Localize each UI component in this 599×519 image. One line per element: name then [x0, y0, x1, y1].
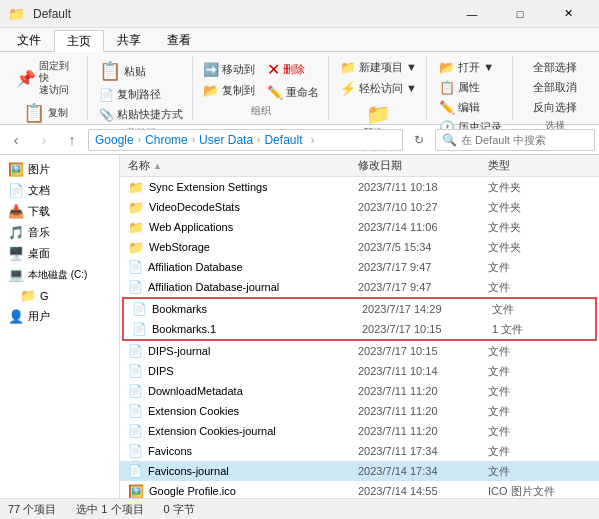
- file-name: 📄 Favicons: [128, 444, 358, 458]
- sidebar-item-music[interactable]: 🎵 音乐: [0, 222, 119, 243]
- table-row[interactable]: 📄 Bookmarks.1 2023/7/17 10:15 1 文件 3 KB: [124, 319, 595, 339]
- table-row[interactable]: 📁 VideoDecodeStats 2023/7/10 10:27 文件夹: [120, 197, 599, 217]
- sidebar: 🖼️ 图片 📄 文档 📥 下载 🎵 音乐 🖥️ 桌面 💻 本地磁盘 (C:) 📁…: [0, 155, 120, 498]
- copy-path-button[interactable]: 📄 复制路径: [95, 85, 165, 104]
- file-name: 📄 Bookmarks: [132, 302, 362, 316]
- file-type: 文件: [488, 384, 578, 399]
- file-list-header: 名称 ▲ 修改日期 类型 大小: [120, 155, 599, 177]
- edit-button[interactable]: ✏️ 编辑: [435, 98, 484, 117]
- breadcrumb-userdata[interactable]: User Data: [199, 133, 253, 147]
- file-name: 📄 DIPS-journal: [128, 344, 358, 358]
- file-size: 0 KB: [578, 281, 599, 293]
- copy-to-button[interactable]: 📂 复制到: [199, 81, 259, 100]
- maximize-button[interactable]: □: [497, 0, 543, 28]
- table-row[interactable]: 📄 Favicons-journal 2023/7/14 17:34 文件 0 …: [120, 461, 599, 481]
- file-date: 2023/7/17 10:15: [362, 323, 492, 335]
- col-size-header[interactable]: 大小: [578, 158, 599, 173]
- new-item-button[interactable]: 📁 新建项目 ▼: [336, 58, 421, 77]
- breadcrumb-google[interactable]: Google: [95, 133, 134, 147]
- forward-button[interactable]: ›: [32, 128, 56, 152]
- sidebar-item-drive[interactable]: 💻 本地磁盘 (C:): [0, 264, 119, 285]
- file-date: 2023/7/11 11:20: [358, 385, 488, 397]
- breadcrumb-chrome[interactable]: Chrome: [145, 133, 188, 147]
- select-none-button[interactable]: 全部取消: [529, 78, 581, 97]
- file-name: 🖼️ Google Profile.ico: [128, 484, 358, 499]
- file-date: 2023/7/14 14:55: [358, 485, 488, 497]
- close-button[interactable]: ✕: [545, 0, 591, 28]
- file-date: 2023/7/5 15:34: [358, 241, 488, 253]
- select-all-button[interactable]: 全部选择: [529, 58, 581, 77]
- user-icon: 👤: [8, 309, 24, 324]
- tab-view[interactable]: 查看: [154, 30, 204, 51]
- rename-button[interactable]: ✏️ 重命名: [263, 83, 323, 102]
- drive-icon: 💻: [8, 267, 24, 282]
- file-name: 📁 VideoDecodeStats: [128, 200, 358, 215]
- table-row[interactable]: 📁 Web Applications 2023/7/14 11:06 文件夹: [120, 217, 599, 237]
- file-name: 📁 WebStorage: [128, 240, 358, 255]
- minimize-button[interactable]: —: [449, 0, 495, 28]
- breadcrumb-default[interactable]: Default: [264, 133, 302, 147]
- sidebar-item-documents[interactable]: 📄 文档: [0, 180, 119, 201]
- back-button[interactable]: ‹: [4, 128, 28, 152]
- pin-quickaccess-button[interactable]: 📌 固定到快速访问: [12, 58, 79, 98]
- file-area: 名称 ▲ 修改日期 类型 大小 📁 Sync Extension Setting…: [120, 155, 599, 498]
- tab-file[interactable]: 文件: [4, 30, 54, 51]
- tab-share[interactable]: 共享: [104, 30, 154, 51]
- col-type-header[interactable]: 类型: [488, 158, 578, 173]
- table-row[interactable]: 📄 Affiliation Database-journal 2023/7/17…: [120, 277, 599, 297]
- file-type: 文件: [488, 344, 578, 359]
- sort-arrow: ▲: [153, 161, 162, 171]
- breadcrumb[interactable]: Google › Chrome › User Data › Default ›: [88, 129, 403, 151]
- item-count: 77 个项目: [8, 502, 56, 517]
- file-name: 📄 Extension Cookies: [128, 404, 358, 418]
- sidebar-item-downloads[interactable]: 📥 下载: [0, 201, 119, 222]
- address-bar: ‹ › ↑ Google › Chrome › User Data › Defa…: [0, 125, 599, 155]
- sidebar-item-user[interactable]: 👤 用户: [0, 306, 119, 327]
- table-row[interactable]: 📁 WebStorage 2023/7/5 15:34 文件夹: [120, 237, 599, 257]
- col-name-header[interactable]: 名称 ▲: [128, 158, 358, 173]
- move-button[interactable]: ➡️ 移动到: [199, 60, 259, 79]
- title-bar: 📁 Default — □ ✕: [0, 0, 599, 28]
- copy-button[interactable]: 📋 复制: [19, 100, 72, 126]
- table-row[interactable]: 🖼️ Google Profile.ico 2023/7/14 14:55 IC…: [120, 481, 599, 498]
- file-name: 📄 Extension Cookies-journal: [128, 424, 358, 438]
- delete-button[interactable]: ✕ 删除: [263, 58, 323, 81]
- easy-access-button[interactable]: ⚡ 轻松访问 ▼: [336, 79, 421, 98]
- table-row[interactable]: 📄 Affiliation Database 2023/7/17 9:47 文件…: [120, 257, 599, 277]
- search-box[interactable]: 🔍: [435, 129, 595, 151]
- downloads-icon: 📥: [8, 204, 24, 219]
- col-date-header[interactable]: 修改日期: [358, 158, 488, 173]
- paste-shortcut-button[interactable]: 📎 粘贴快捷方式: [95, 105, 187, 124]
- properties-button[interactable]: 📋 属性: [435, 78, 484, 97]
- tab-home[interactable]: 主页: [54, 30, 104, 52]
- file-icon: 📄: [128, 404, 143, 418]
- file-size: 68 KB: [578, 261, 599, 273]
- table-row[interactable]: 📄 Bookmarks 2023/7/17 14:29 文件 3 KB: [124, 299, 595, 319]
- sidebar-item-g[interactable]: 📁 G: [0, 285, 119, 306]
- table-row[interactable]: 📄 Extension Cookies 2023/7/11 11:20 文件 2…: [120, 401, 599, 421]
- sidebar-item-pictures[interactable]: 🖼️ 图片: [0, 159, 119, 180]
- folder-g-icon: 📁: [20, 288, 36, 303]
- file-icon: 📄: [132, 322, 147, 336]
- invert-select-button[interactable]: 反向选择: [529, 98, 581, 117]
- pictures-icon: 🖼️: [8, 162, 24, 177]
- refresh-button[interactable]: ↻: [407, 128, 431, 152]
- paste-button[interactable]: 📋 粘贴: [95, 58, 150, 84]
- table-row[interactable]: 📄 Favicons 2023/7/11 17:34 文件 320 KB: [120, 441, 599, 461]
- sidebar-item-desktop[interactable]: 🖥️ 桌面: [0, 243, 119, 264]
- table-row[interactable]: 📁 Sync Extension Settings 2023/7/11 10:1…: [120, 177, 599, 197]
- folder-icon: 📁: [128, 240, 144, 255]
- table-row[interactable]: 📄 Extension Cookies-journal 2023/7/11 11…: [120, 421, 599, 441]
- file-size: 20 KB: [578, 385, 599, 397]
- up-button[interactable]: ↑: [60, 128, 84, 152]
- table-row[interactable]: 📄 DIPS-journal 2023/7/17 10:15 文件 20 KB: [120, 341, 599, 361]
- file-name: 📄 Affiliation Database: [128, 260, 358, 274]
- selected-size: 0 字节: [164, 502, 195, 517]
- table-row[interactable]: 📄 DIPS 2023/7/11 10:14 文件 7 KB: [120, 361, 599, 381]
- file-type: 文件: [488, 444, 578, 459]
- open-button[interactable]: 📂 打开 ▼: [435, 58, 498, 77]
- file-type: 文件夹: [488, 200, 578, 215]
- table-row[interactable]: 📄 DownloadMetadata 2023/7/11 11:20 文件 20…: [120, 381, 599, 401]
- file-date: 2023/7/11 11:20: [358, 425, 488, 437]
- search-input[interactable]: [461, 134, 599, 146]
